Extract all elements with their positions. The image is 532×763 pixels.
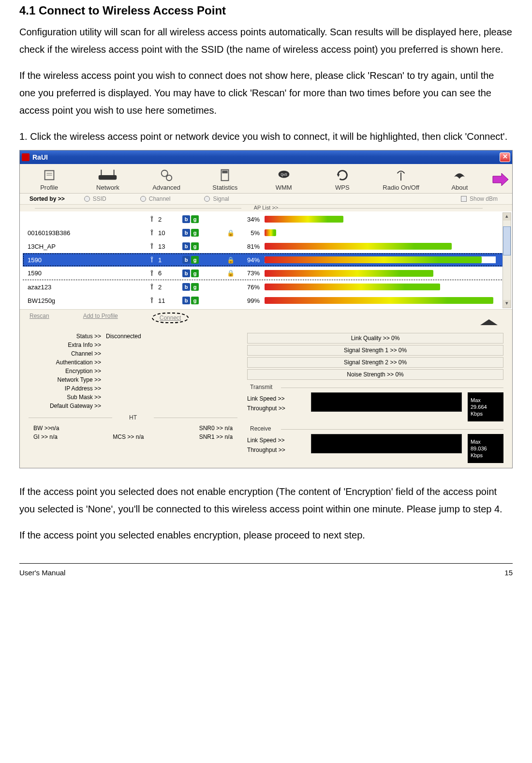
page-number: 15	[504, 569, 513, 577]
ap-modes: bg	[182, 283, 223, 291]
ap-ssid: azaz123	[28, 284, 148, 291]
tab-label: Statistics	[212, 184, 237, 191]
tab-label: Profile	[40, 184, 58, 191]
ap-signal-percent: 5%	[238, 229, 265, 237]
noise-meter: Noise Strength >> 0%	[247, 369, 503, 380]
ip-label: IP Address >>	[29, 385, 101, 392]
sort-channel[interactable]: Channel	[140, 195, 171, 202]
ap-channel: 2	[148, 216, 182, 223]
encryption-label: Encryption >>	[29, 368, 101, 374]
tab-label: Radio On/Off	[383, 184, 419, 191]
sorted-by-label: Sorted by >>	[30, 195, 65, 202]
sort-ssid[interactable]: SSID	[84, 195, 106, 202]
status-label: Status >>	[29, 333, 101, 340]
ap-channel: 2	[148, 284, 182, 291]
mode-b-icon: b	[182, 215, 190, 223]
lock-icon: 🔒	[227, 229, 235, 237]
antenna-icon	[148, 243, 155, 250]
ap-row[interactable]: 00160193B38610bg🔒5%	[23, 226, 509, 239]
svg-point-7	[166, 175, 172, 180]
paragraph-2: If the wireless access point you wish to…	[19, 67, 513, 119]
tab-about[interactable]: About	[430, 167, 489, 192]
ap-signal-percent: 34%	[238, 216, 265, 223]
ap-row[interactable]: 13CH_AP13bg81%	[23, 239, 509, 253]
close-button[interactable]: ✕	[500, 152, 510, 162]
ap-modes: bg	[182, 297, 223, 304]
mask-label: Sub Mask >>	[29, 394, 101, 401]
app-icon	[22, 153, 30, 161]
ap-signal-bar	[265, 243, 509, 250]
mode-b-icon: b	[182, 283, 190, 291]
titlebar[interactable]: RaUI ✕	[20, 150, 512, 164]
svg-text:QoS: QoS	[281, 173, 287, 177]
ap-modes: bg	[182, 215, 223, 223]
paragraph-3: If the access point you selected does no…	[19, 483, 513, 518]
svg-rect-3	[99, 175, 117, 180]
lock-icon: 🔒	[227, 256, 235, 264]
antenna-icon	[148, 216, 155, 223]
checkbox-icon	[461, 196, 467, 202]
ap-ssid: 00160193B386	[28, 229, 148, 237]
ap-modes: bg	[182, 256, 223, 264]
antenna-icon	[148, 229, 155, 236]
connect-link[interactable]: Connect	[160, 314, 181, 321]
scroll-up-button[interactable]: ▴	[503, 213, 511, 221]
ht-gi: GI >> n/a	[33, 434, 58, 440]
paragraph-1: Configuration utility will scan for all …	[19, 23, 513, 58]
ap-modes: bg	[182, 229, 223, 237]
ap-row[interactable]: 15906bg🔒73%	[23, 267, 509, 280]
ap-signal-bar	[265, 229, 509, 236]
arrow-right-icon	[492, 172, 509, 187]
mode-b-icon: b	[182, 269, 190, 277]
radio-icon	[204, 196, 210, 202]
auth-label: Authentication >>	[29, 359, 101, 366]
mode-g-icon: g	[191, 269, 199, 277]
ap-row[interactable]: azaz1232bg76%	[23, 280, 509, 294]
ap-channel: 1	[148, 256, 182, 264]
ap-ssid: 1590	[28, 269, 148, 277]
svg-marker-12	[337, 174, 340, 177]
ap-signal-percent: 76%	[238, 284, 265, 291]
mode-b-icon: b	[182, 229, 190, 237]
tab-label: WPS	[335, 184, 350, 191]
ap-row[interactable]: 2bg34%	[23, 212, 509, 226]
scroll-down-button[interactable]: ▾	[503, 300, 511, 308]
svg-point-6	[162, 170, 168, 177]
tab-advanced[interactable]: Advanced	[137, 167, 196, 192]
svg-rect-9	[222, 171, 228, 174]
rescan-link[interactable]: Rescan	[30, 313, 49, 323]
tx-linkspeed-label: Link Speed >>	[247, 395, 305, 402]
sort-signal[interactable]: Signal	[204, 195, 229, 202]
tab-radio[interactable]: Radio On/Off	[372, 167, 430, 192]
tab-statistics[interactable]: Statistics	[196, 167, 254, 192]
extra-info-label: Extra Info >>	[29, 342, 101, 348]
tx-throughput-label: Throughput >>	[247, 405, 305, 412]
show-dbm-checkbox[interactable]: Show dBm	[461, 195, 498, 202]
tab-wmm[interactable]: QoS WMM	[254, 167, 313, 192]
mode-b-icon: b	[182, 256, 190, 264]
add-to-profile-link[interactable]: Add to Profile	[83, 313, 118, 323]
qos-icon: QoS	[277, 168, 291, 182]
window-title: RaUI	[32, 153, 48, 161]
sort-bar: Sorted by >> SSID Channel Signal Show dB…	[20, 194, 512, 205]
scroll-thumb[interactable]	[503, 226, 511, 255]
mode-g-icon: g	[191, 242, 199, 250]
ap-signal-bar	[265, 216, 509, 223]
ap-lock: 🔒	[223, 256, 238, 264]
scrollbar[interactable]: ▴ ▾	[502, 212, 511, 308]
tab-network[interactable]: Network	[78, 167, 137, 192]
collapse-toggle[interactable]	[480, 319, 498, 325]
signal-2-meter: Signal Strength 2 >> 0%	[247, 357, 503, 368]
tab-profile[interactable]: Profile	[20, 167, 78, 192]
ap-row[interactable]: 15901bg🔒94%	[23, 253, 509, 267]
next-arrow[interactable]	[489, 167, 512, 192]
mode-b-icon: b	[182, 242, 190, 250]
tab-wps[interactable]: WPS	[313, 167, 371, 192]
radio-icon	[84, 196, 90, 202]
rx-throughput-label: Throughput >>	[247, 447, 305, 453]
ap-row[interactable]: BW1250g11bg99%	[23, 294, 509, 307]
ht-title: HT	[29, 414, 237, 421]
ap-signal-bar	[265, 284, 509, 290]
antenna-icon	[148, 256, 155, 263]
ap-signal-bar	[265, 256, 509, 263]
